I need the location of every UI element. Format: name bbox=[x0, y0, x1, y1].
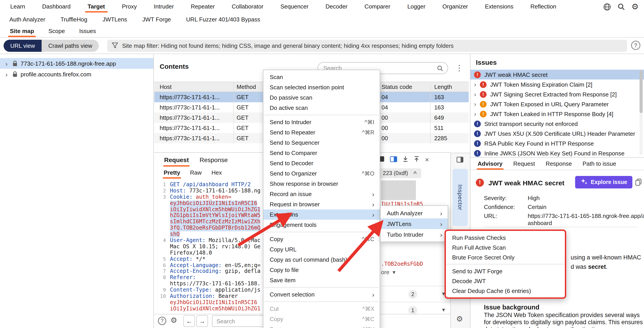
advisory-tab-response[interactable]: Response bbox=[540, 158, 577, 170]
scroll-to-top-icon[interactable] bbox=[414, 156, 420, 164]
column-header-length[interactable]: Length bbox=[434, 82, 452, 92]
main-tab-intruder[interactable]: Intruder bbox=[145, 0, 182, 13]
selection-decode-badge[interactable]: 223 (0xdf) ^ bbox=[378, 168, 421, 178]
site-tree-node[interactable]: ›profile.accounts.firefox.com bbox=[0, 69, 154, 79]
menu-item-record-an-issue[interactable]: Record an issue› bbox=[264, 189, 380, 199]
ext-tab-url-fuzzer-401-403-bypass[interactable]: URL Fuzzer 401/403 Bypass bbox=[178, 13, 268, 25]
view-tab-raw[interactable]: Raw bbox=[185, 167, 206, 179]
crawl-paths-view-toggle[interactable]: Crawl paths view bbox=[42, 40, 99, 52]
menu-item-paste[interactable]: Paste^⌘V bbox=[264, 324, 380, 328]
site-tree-node[interactable]: ›773c-171-61-165-188.ngrok-free.app bbox=[0, 58, 154, 69]
menu-item-do-active-scan[interactable]: Do active scan bbox=[264, 103, 380, 113]
expand-icon[interactable]: › bbox=[5, 71, 10, 77]
menu-item-copy-as-curl-command-bash[interactable]: Copy as curl command (bash) bbox=[264, 255, 380, 265]
menu-item-copy-to-file[interactable]: Copy to file bbox=[264, 265, 380, 275]
menu-item-cut[interactable]: Cut^⌘X bbox=[264, 304, 380, 314]
main-tab-decoder[interactable]: Decoder bbox=[317, 0, 356, 13]
prev-match-button[interactable]: ← bbox=[183, 315, 195, 327]
expand-icon[interactable]: › bbox=[5, 60, 10, 67]
subtab-scope[interactable]: Scope bbox=[41, 25, 72, 37]
submenu-item-decode-jwt[interactable]: Decode JWT bbox=[446, 276, 565, 286]
menu-item-scan[interactable]: Scan bbox=[264, 72, 380, 82]
main-tab-dashboard[interactable]: Dashboard bbox=[34, 0, 79, 13]
expand-icon[interactable]: › bbox=[474, 91, 480, 98]
menu-item-send-to-comparer[interactable]: Send to Comparer bbox=[264, 148, 380, 158]
advisory-tab-path-to-issue[interactable]: Path to issue bbox=[577, 158, 622, 170]
main-tab-sequencer[interactable]: Sequencer bbox=[272, 0, 317, 13]
help-icon[interactable]: ? bbox=[631, 41, 640, 50]
menu-item-do-passive-scan[interactable]: Do passive scan bbox=[264, 92, 380, 103]
menu-item-extensions[interactable]: Extensions› bbox=[264, 209, 380, 220]
main-tab-reflection[interactable]: Reflection bbox=[522, 0, 565, 13]
issue-item[interactable]: ›JWT Signing Secret Extracted from Respo… bbox=[470, 89, 644, 99]
issue-item[interactable]: RSA Public Key Found in HTTP Response bbox=[470, 139, 644, 148]
issue-item[interactable]: JWT weak HMAC secret bbox=[470, 70, 644, 79]
submenu-item-run-passive-checks[interactable]: Run Passive Checks bbox=[446, 233, 565, 242]
issue-item[interactable]: ›JWT Token Missing Expiration Claim [2] bbox=[470, 79, 644, 89]
main-tab-proxy[interactable]: Proxy bbox=[113, 0, 145, 13]
submenu-item-run-full-active-scan[interactable]: Run Full Active Scan bbox=[446, 242, 565, 252]
ext-tab-trufflehog[interactable]: TruffleHog bbox=[53, 13, 95, 25]
scrollbar-thumb[interactable] bbox=[640, 70, 643, 113]
submenu-item-clear-dedup-cache-6-entries[interactable]: Clear Dedup Cache (6 entries) bbox=[446, 286, 565, 296]
issue-item[interactable]: Strict transport security not enforced bbox=[470, 119, 644, 129]
main-tab-logger[interactable]: Logger bbox=[399, 0, 434, 13]
issue-item[interactable]: ›JWT Token Leaked in HTTP Response Body … bbox=[470, 109, 644, 119]
main-tab-learn[interactable]: Learn bbox=[2, 0, 34, 13]
menu-item-show-response-in-browser[interactable]: Show response in browser bbox=[264, 179, 380, 189]
menu-item-scan-selected-insertion-point[interactable]: Scan selected insertion point bbox=[264, 82, 380, 92]
menu-item-send-to-sequencer[interactable]: Send to Sequencer bbox=[264, 138, 380, 148]
dock-panel-icon[interactable] bbox=[456, 156, 463, 164]
editor-tab-request[interactable]: Request bbox=[159, 153, 194, 167]
menu-item-copy[interactable]: Copy^⌘C bbox=[264, 314, 380, 324]
help-icon[interactable]: ? bbox=[158, 317, 166, 325]
advisory-tab-request[interactable]: Request bbox=[508, 158, 540, 170]
column-header-method[interactable]: Method bbox=[236, 82, 256, 92]
menu-item-convert-selection[interactable]: Convert selection› bbox=[264, 289, 380, 300]
search-icon[interactable] bbox=[618, 3, 625, 10]
view-tab-hex[interactable]: Hex bbox=[206, 167, 227, 179]
submenu-item-auth-analyzer[interactable]: Auth Analyzer› bbox=[380, 208, 448, 218]
next-match-button[interactable]: → bbox=[196, 315, 208, 327]
issue-item[interactable]: JWT Uses X5U (X.509 Certificate URL) Hea… bbox=[470, 129, 644, 139]
issue-item[interactable]: ›JWT Token Exposed in URL Query Paramete… bbox=[470, 99, 644, 109]
main-tab-comparer[interactable]: Comparer bbox=[356, 0, 399, 13]
expand-icon[interactable]: › bbox=[474, 81, 480, 88]
main-tab-collaborator[interactable]: Collaborator bbox=[223, 0, 272, 13]
url-view-toggle[interactable]: URL view bbox=[4, 40, 42, 52]
submenu-item-brute-force-secret-only[interactable]: Brute Force Secret Only bbox=[446, 252, 565, 262]
column-header-host[interactable]: Host bbox=[160, 82, 172, 92]
main-tab-target[interactable]: Target bbox=[79, 0, 114, 13]
inspector-gear-icon[interactable]: ⚙ bbox=[456, 314, 463, 324]
explore-issue-button[interactable]: Explore issue bbox=[575, 176, 632, 188]
scroll-to-bottom-icon[interactable] bbox=[402, 156, 408, 164]
subtab-site-map[interactable]: Site map bbox=[3, 25, 41, 37]
main-tab-repeater[interactable]: Repeater bbox=[182, 0, 223, 13]
submenu-item-turbo-intruder[interactable]: Turbo Intruder› bbox=[380, 229, 448, 240]
menu-item-copy-url[interactable]: Copy URL bbox=[264, 244, 380, 255]
editor-settings-gear-icon[interactable]: ⚙ bbox=[170, 316, 177, 326]
settings-gear-icon[interactable]: ⚙ bbox=[632, 3, 639, 11]
ext-tab-auth-analyzer[interactable]: Auth Analyzer bbox=[2, 13, 53, 25]
collapse-caret-icon[interactable]: ^ bbox=[414, 170, 417, 177]
submenu-item-send-to-jwt-forge[interactable]: Send to JWT Forge bbox=[446, 266, 565, 276]
ext-tab-jwtlens[interactable]: JWTLens bbox=[95, 13, 134, 25]
menu-item-copy[interactable]: Copy^⌘C bbox=[264, 234, 380, 244]
expand-icon[interactable]: › bbox=[474, 101, 480, 108]
show-more[interactable]: ore ▾ bbox=[381, 269, 396, 276]
menu-item-request-in-browser[interactable]: Request in browser› bbox=[264, 199, 380, 209]
menu-item-send-to-intruder[interactable]: Send to Intruder^⌘I bbox=[264, 117, 380, 127]
menu-item-send-to-repeater[interactable]: Send to Repeater^⌘R bbox=[264, 127, 380, 138]
editor-tab-response[interactable]: Response bbox=[194, 153, 233, 167]
issues-scrollbar[interactable] bbox=[640, 70, 643, 155]
expand-icon[interactable]: › bbox=[474, 110, 480, 117]
issue-item[interactable]: Inline JWKS (JSON Web Key Set) Found in … bbox=[470, 148, 644, 157]
submenu-item-jwtlens[interactable]: JWTLens› bbox=[380, 218, 448, 229]
main-tab-extensions[interactable]: Extensions bbox=[476, 0, 522, 13]
advisory-tab-advisory[interactable]: Advisory bbox=[472, 158, 508, 170]
ext-tab-jwt-forge[interactable]: JWT Forge bbox=[134, 13, 178, 25]
view-tab-pretty[interactable]: Pretty bbox=[159, 167, 185, 179]
main-tab-organizer[interactable]: Organizer bbox=[434, 0, 476, 13]
inspector-tab[interactable]: Inspector bbox=[452, 169, 468, 226]
globe-icon[interactable] bbox=[603, 3, 611, 10]
